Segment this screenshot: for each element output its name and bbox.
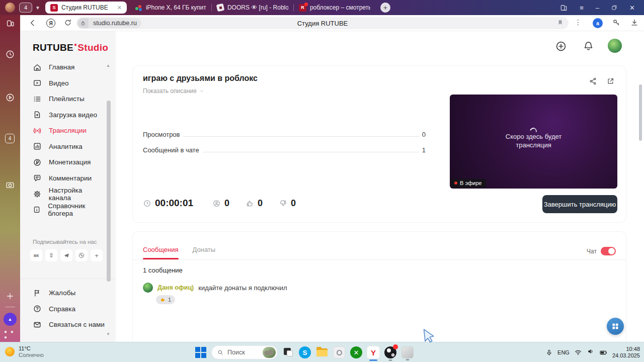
maximize-icon[interactable] <box>611 5 617 11</box>
skype-icon[interactable]: S <box>299 346 311 358</box>
strip-more-icon[interactable]: ● ● ● <box>4 329 20 340</box>
vk-icon[interactable]: вк <box>30 249 42 261</box>
upload-video-icon <box>33 110 42 119</box>
rutube-studio-logo[interactable]: RUTUBE●Studio <box>33 42 108 53</box>
obs-studio-icon[interactable] <box>384 346 396 358</box>
tab-shop-iphone[interactable]: iPhone X, 64 ГБ купить в С <box>130 0 211 15</box>
screenshot-icon[interactable] <box>5 180 15 190</box>
message-author[interactable]: Даня офиц) <box>157 284 194 291</box>
pinned-app-icon[interactable] <box>333 346 345 358</box>
microphone-icon[interactable] <box>545 349 553 356</box>
sidebar-item-video[interactable]: Видео <box>20 75 106 92</box>
xbox-icon[interactable]: ✕ <box>350 346 362 358</box>
end-stream-button[interactable]: Завершить трансляцию <box>542 195 617 213</box>
menu-icon[interactable]: ≡ <box>580 5 584 11</box>
video-play-icon[interactable] <box>5 93 15 103</box>
reaction-pill[interactable]: 1 <box>156 295 175 304</box>
sidebar-item-comments[interactable]: Комментарии <box>20 170 106 187</box>
tab-rutube-studio[interactable]: S Студия RUTUBE ✕ <box>45 2 127 14</box>
analytics-icon <box>33 142 42 151</box>
tab-panel-icon[interactable] <box>560 4 568 12</box>
sidebar-scrollbar[interactable] <box>107 101 111 282</box>
studio-sidebar: RUTUBE●Studio Главная Видео Плейлисты За… <box>20 31 116 342</box>
alice-assistant-icon[interactable]: ▲ <box>4 313 17 326</box>
new-tab-button[interactable]: + <box>380 3 390 13</box>
channel-avatar[interactable] <box>608 39 622 53</box>
taskbar-search[interactable]: Поиск <box>211 345 278 359</box>
sidebar-item-home[interactable]: Главная <box>20 59 106 75</box>
dislikes-counter[interactable]: 0 <box>279 198 296 209</box>
key-icon[interactable] <box>612 18 621 27</box>
browser-profile-avatar[interactable] <box>5 3 15 13</box>
bookmark-icon[interactable] <box>557 19 564 28</box>
minimize-icon[interactable]: – <box>596 5 599 11</box>
sidebar-item-upload[interactable]: Загрузка видео <box>20 107 106 123</box>
share-icon[interactable] <box>589 77 597 85</box>
tabs-counter-tile[interactable]: 4 <box>5 134 15 143</box>
message-avatar[interactable] <box>143 283 153 293</box>
wifi-icon[interactable] <box>574 348 582 356</box>
start-button[interactable] <box>195 347 206 358</box>
sidebar-item-contact-us[interactable]: Связаться с нами <box>20 317 106 333</box>
history-icon[interactable] <box>5 49 15 59</box>
ok-icon[interactable] <box>45 249 57 261</box>
weather-widget[interactable]: 11°C Солнечно <box>5 345 44 358</box>
address-bar[interactable]: studio.rutube.ru Студия RUTUBE <box>76 17 569 29</box>
sidebar-item-blogger-guide[interactable]: Справочник блогера <box>20 202 106 218</box>
browser-toolbar: Я studio.rutube.ru Студия RUTUBE ⋮ а <box>0 15 644 31</box>
sidebar-item-complaints[interactable]: Жалобы <box>20 285 106 301</box>
telegram-icon[interactable] <box>60 249 72 261</box>
bell-icon[interactable] <box>583 40 594 52</box>
battery-icon[interactable] <box>599 348 608 357</box>
plus-icon[interactable]: + <box>91 249 103 261</box>
stream-title: играю с друзьями в роблокс <box>143 74 258 83</box>
yandex-browser-icon[interactable]: Y <box>367 346 379 358</box>
open-external-icon[interactable] <box>606 77 615 85</box>
alice-icon[interactable]: а <box>593 18 603 28</box>
taskbar-clock[interactable]: 10:48 24.03.2025 <box>612 346 640 359</box>
language-indicator[interactable]: ENG <box>557 349 570 355</box>
support-widget-button[interactable] <box>607 318 624 335</box>
download-icon[interactable] <box>630 18 639 27</box>
roblox-favicon <box>216 4 225 12</box>
back-icon[interactable] <box>28 18 37 28</box>
sidebar-item-channel-settings[interactable]: Настройка канала <box>20 186 106 202</box>
sidebar-panels-icon[interactable] <box>0 15 20 31</box>
weather-condition: Солнечно <box>19 352 44 358</box>
more-options-icon[interactable]: ⋮ <box>575 18 582 26</box>
sidebar-item-monetization[interactable]: Монетизация <box>20 154 106 170</box>
sidebar-item-broadcasts[interactable]: Трансляции <box>20 123 106 139</box>
create-icon[interactable] <box>555 40 567 52</box>
yandex-icon[interactable]: Я <box>46 19 55 28</box>
chevron-down-icon[interactable]: ▼ <box>35 5 40 11</box>
tab-donates[interactable]: Донаты <box>193 246 216 259</box>
search-highlight-thumbnail[interactable] <box>263 347 276 358</box>
tab-title: DOORS 👁 [ru] - Roblox <box>227 4 288 11</box>
tab-rutube-search[interactable]: R роблоксер – смотреть он <box>294 0 375 15</box>
sidebar-item-playlists[interactable]: Плейлисты <box>20 91 106 107</box>
close-tab-icon[interactable]: ✕ <box>117 5 122 11</box>
stream-preview-player: Скоро здесь будет трансляция В эфире <box>450 95 617 189</box>
tab-roblox-doors[interactable]: DOORS 👁 [ru] - Roblox <box>212 0 293 15</box>
pinned-app-icon-2[interactable] <box>401 346 414 358</box>
task-view-button[interactable] <box>283 347 294 358</box>
tab-messages[interactable]: Сообщения <box>143 246 179 259</box>
likes-counter[interactable]: 0 <box>246 198 263 209</box>
refresh-icon[interactable] <box>63 18 72 27</box>
close-window-icon[interactable]: ✕ <box>629 5 635 11</box>
tab-count-badge[interactable]: 4 <box>19 3 32 13</box>
page-scrollbar[interactable] <box>639 84 642 141</box>
file-explorer-icon[interactable] <box>316 346 328 358</box>
sidebar-item-help[interactable]: Справка <box>20 301 106 317</box>
volume-icon[interactable] <box>587 347 595 357</box>
rutube-studio-favicon: S <box>50 4 58 12</box>
scroll-down-icon[interactable]: ▼ <box>106 332 110 336</box>
add-panel-icon[interactable] <box>6 292 15 301</box>
viber-icon[interactable] <box>75 249 88 261</box>
chat-toggle[interactable] <box>601 247 616 255</box>
scroll-up-icon[interactable]: ▲ <box>106 63 110 68</box>
sidebar-item-analytics[interactable]: Аналитика <box>20 139 106 155</box>
show-description-link[interactable]: Показать описание <box>143 87 204 95</box>
sun-icon <box>5 347 15 356</box>
video-icon <box>33 78 42 87</box>
